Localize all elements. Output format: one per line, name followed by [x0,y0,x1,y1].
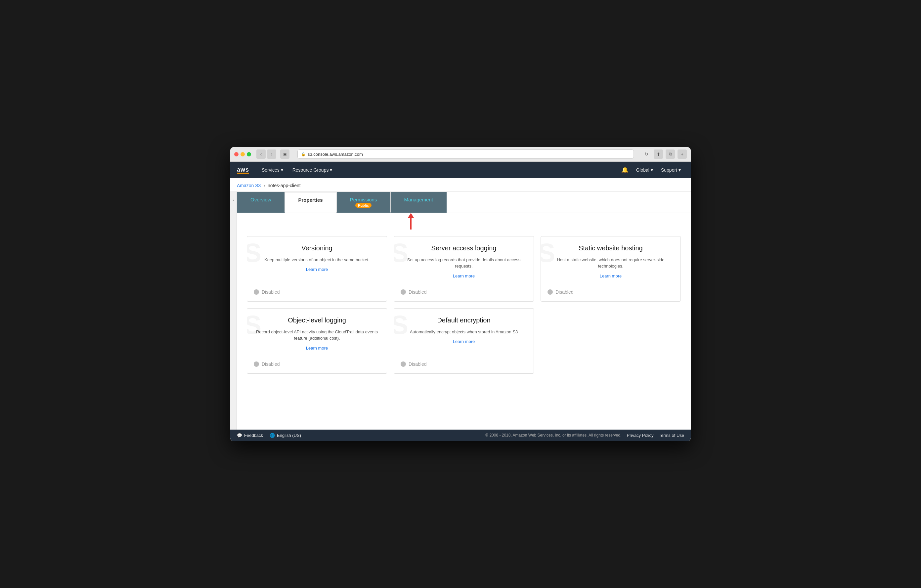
footer: 💬 Feedback 🌐 English (US) © 2008 - 2018,… [230,430,691,441]
breadcrumb-s3-link[interactable]: Amazon S3 [237,183,261,188]
services-label: Services [262,167,280,173]
static-website-hosting-status: Disabled [547,289,674,296]
default-encryption-status-text: Disabled [408,361,426,367]
maximize-button[interactable] [247,152,251,156]
static-website-hosting-title: Static website hosting [547,244,674,252]
default-encryption-status-dot [400,361,406,367]
terms-of-use-link[interactable]: Terms of Use [659,433,684,438]
tab-overview[interactable]: Overview [237,192,285,213]
sidebar-arrow-icon: › [233,198,234,202]
arrow-shaft [410,218,412,229]
object-level-logging-description: Record object-level API activity using t… [254,329,380,342]
arrow-indicator-area [237,213,691,229]
static-website-hosting-learn-more-link[interactable]: Learn more [547,273,674,278]
share-button[interactable]: ⬆ [654,149,663,159]
aws-logo-text: aws [237,166,249,173]
card-divider-5 [394,356,534,356]
red-arrow [408,213,414,229]
server-access-logging-status-dot [400,289,406,295]
url-bar: 🔒 s3.console.aws.amazon.com [298,149,634,159]
feedback-button[interactable]: 💬 Feedback [237,433,263,438]
nav-buttons: ‹ › [256,149,276,159]
breadcrumb-current: notes-app-client [268,183,301,188]
versioning-status: Disabled [254,289,380,296]
sidebar-toggle-button[interactable]: ▣ [280,149,290,159]
cards-row-2: S Object-level logging Record object-lev… [237,308,691,380]
reload-button[interactable]: ↻ [642,149,651,159]
minimize-button[interactable] [241,152,245,156]
card-divider-2 [394,284,534,284]
versioning-status-dot [254,289,259,295]
tab-permissions[interactable]: Permissions Public [337,192,391,213]
language-label: English (US) [277,433,301,438]
aws-navbar: aws Services ▾ Resource Groups ▾ 🔔 Globa… [230,162,691,178]
tab-permissions-label: Permissions [350,197,377,202]
new-tab-button[interactable]: + [677,149,687,159]
aws-logo-line [237,173,249,174]
feedback-label: Feedback [244,433,263,438]
services-arrow: ▾ [281,167,283,173]
breadcrumb: Amazon S3 › notes-app-client [230,178,691,192]
object-level-logging-status-dot [254,361,259,367]
copyright-text: © 2008 - 2018, Amazon Web Services, Inc.… [485,433,621,437]
default-encryption-card[interactable]: S Default encryption Automatically encry… [394,308,534,374]
server-access-logging-title: Server access logging [400,244,527,252]
object-level-logging-card[interactable]: S Object-level logging Record object-lev… [247,308,387,374]
breadcrumb-separator: › [263,183,265,188]
server-access-logging-learn-more-link[interactable]: Learn more [400,273,527,278]
card-watermark-5: S [394,312,408,338]
traffic-lights [234,152,251,156]
cards-row-1: S Versioning Keep multiple versions of a… [237,229,691,308]
default-encryption-status: Disabled [400,361,527,368]
footer-links: Privacy Policy Terms of Use [627,433,685,438]
default-encryption-title: Default encryption [400,317,527,324]
versioning-learn-more-link[interactable]: Learn more [254,267,380,272]
static-website-hosting-card[interactable]: S Static website hosting Host a static w… [540,236,681,302]
tab-management[interactable]: Management [391,192,447,213]
card-watermark: S [247,240,261,266]
content-wrapper: › Overview Properties Permissions Public [230,192,691,430]
support-label: Support [661,167,677,173]
card-watermark-3: S [540,240,555,266]
privacy-policy-link[interactable]: Privacy Policy [627,433,654,438]
lock-icon: 🔒 [301,152,306,156]
resource-groups-menu[interactable]: Resource Groups ▾ [288,162,337,178]
aws-logo: aws [237,166,249,174]
sidebar-toggle[interactable]: › [230,192,237,430]
global-label: Global [636,167,649,173]
tabs: Overview Properties Permissions Public M… [237,192,691,213]
notifications-bell-icon[interactable]: 🔔 [618,164,631,176]
tab-management-label: Management [404,197,433,202]
default-encryption-learn-more-link[interactable]: Learn more [400,339,527,344]
nav-right: 🔔 Global ▾ Support ▾ [618,162,684,178]
language-selector[interactable]: 🌐 English (US) [270,433,301,438]
forward-button[interactable]: › [267,149,276,159]
url-text: s3.console.aws.amazon.com [308,152,363,157]
globe-icon: 🌐 [270,433,275,438]
default-encryption-description: Automatically encrypt objects when store… [400,329,527,335]
static-website-hosting-description: Host a static website, which does not re… [547,257,674,270]
support-menu[interactable]: Support ▾ [658,162,684,178]
card-divider-4 [247,356,387,356]
resource-groups-label: Resource Groups [293,167,329,173]
server-access-logging-card[interactable]: S Server access logging Set up access lo… [394,236,534,302]
card-divider [247,284,387,284]
static-website-hosting-status-text: Disabled [555,289,573,295]
object-level-logging-status: Disabled [254,361,380,368]
server-access-logging-status: Disabled [400,289,527,296]
versioning-status-text: Disabled [262,289,280,295]
server-access-logging-status-text: Disabled [408,289,426,295]
window-button[interactable]: ⧉ [666,149,675,159]
arrow-head-icon [408,213,414,218]
feedback-icon: 💬 [237,433,242,438]
back-button[interactable]: ‹ [256,149,266,159]
object-level-logging-learn-more-link[interactable]: Learn more [254,346,380,351]
browser-window: ‹ › ▣ 🔒 s3.console.aws.amazon.com ↻ ⬆ ⧉ … [230,147,691,441]
versioning-card[interactable]: S Versioning Keep multiple versions of a… [247,236,387,302]
tab-properties[interactable]: Properties [285,192,337,213]
support-arrow: ▾ [679,167,681,173]
close-button[interactable] [234,152,239,156]
services-menu[interactable]: Services ▾ [257,162,288,178]
titlebar: ‹ › ▣ 🔒 s3.console.aws.amazon.com ↻ ⬆ ⧉ … [230,147,691,162]
global-menu[interactable]: Global ▾ [633,162,656,178]
